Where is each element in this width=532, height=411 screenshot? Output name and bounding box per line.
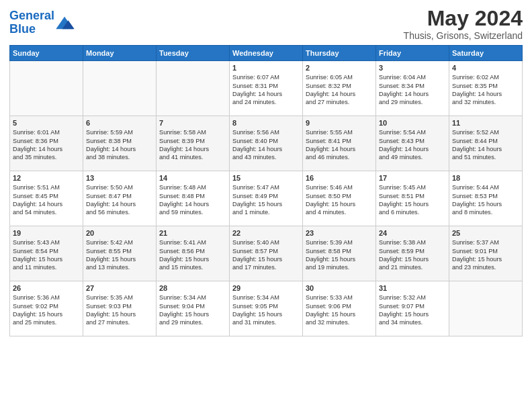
day-number: 23 xyxy=(306,229,373,237)
cell-text: Sunrise: 6:02 AMSunset: 8:35 PMDaylight:… xyxy=(452,73,519,107)
day-number: 16 xyxy=(306,174,373,182)
day-number: 25 xyxy=(452,229,519,237)
table-row xyxy=(449,281,523,336)
cell-text: Sunrise: 5:50 AMSunset: 8:47 PMDaylight:… xyxy=(86,183,153,217)
day-number: 30 xyxy=(306,284,373,292)
day-number: 17 xyxy=(379,174,446,182)
table-row: 31Sunrise: 5:32 AMSunset: 9:07 PMDayligh… xyxy=(376,281,449,336)
table-row: 19Sunrise: 5:43 AMSunset: 8:54 PMDayligh… xyxy=(10,226,83,281)
cell-text: Sunrise: 5:59 AMSunset: 8:38 PMDaylight:… xyxy=(86,128,153,162)
table-row: 14Sunrise: 5:48 AMSunset: 8:48 PMDayligh… xyxy=(157,171,230,226)
table-row: 16Sunrise: 5:46 AMSunset: 8:50 PMDayligh… xyxy=(303,171,376,226)
cell-text: Sunrise: 5:33 AMSunset: 9:06 PMDaylight:… xyxy=(306,293,373,327)
day-number: 22 xyxy=(232,229,300,237)
header-sunday: Sunday xyxy=(10,46,83,61)
table-row xyxy=(10,61,83,116)
table-row: 10Sunrise: 5:54 AMSunset: 8:43 PMDayligh… xyxy=(376,116,449,171)
calendar-table: Sunday Monday Tuesday Wednesday Thursday… xyxy=(9,45,523,336)
table-row: 17Sunrise: 5:45 AMSunset: 8:51 PMDayligh… xyxy=(376,171,449,226)
calendar-week-5: 26Sunrise: 5:36 AMSunset: 9:02 PMDayligh… xyxy=(10,281,523,336)
day-number: 10 xyxy=(379,119,446,127)
cell-text: Sunrise: 5:37 AMSunset: 9:01 PMDaylight:… xyxy=(452,238,519,272)
day-number: 4 xyxy=(452,64,519,72)
cell-text: Sunrise: 5:45 AMSunset: 8:51 PMDaylight:… xyxy=(379,183,446,217)
cell-text: Sunrise: 5:51 AMSunset: 8:45 PMDaylight:… xyxy=(13,183,80,217)
header-tuesday: Tuesday xyxy=(157,46,230,61)
day-number: 6 xyxy=(86,119,153,127)
cell-text: Sunrise: 6:05 AMSunset: 8:32 PMDaylight:… xyxy=(306,73,373,107)
calendar-week-4: 19Sunrise: 5:43 AMSunset: 8:54 PMDayligh… xyxy=(10,226,523,281)
day-number: 1 xyxy=(232,64,300,72)
table-row: 26Sunrise: 5:36 AMSunset: 9:02 PMDayligh… xyxy=(10,281,83,336)
table-row: 8Sunrise: 5:56 AMSunset: 8:40 PMDaylight… xyxy=(230,116,303,171)
table-row xyxy=(157,61,230,116)
cell-text: Sunrise: 5:34 AMSunset: 9:05 PMDaylight:… xyxy=(232,293,300,327)
cell-text: Sunrise: 5:52 AMSunset: 8:44 PMDaylight:… xyxy=(452,128,519,162)
cell-text: Sunrise: 5:41 AMSunset: 8:56 PMDaylight:… xyxy=(159,238,226,272)
table-row: 1Sunrise: 6:07 AMSunset: 8:31 PMDaylight… xyxy=(230,61,303,116)
day-number: 12 xyxy=(13,174,80,182)
header-saturday: Saturday xyxy=(449,46,523,61)
cell-text: Sunrise: 6:04 AMSunset: 8:34 PMDaylight:… xyxy=(379,73,446,107)
table-row: 28Sunrise: 5:34 AMSunset: 9:04 PMDayligh… xyxy=(157,281,230,336)
table-row: 29Sunrise: 5:34 AMSunset: 9:05 PMDayligh… xyxy=(230,281,303,336)
cell-text: Sunrise: 5:38 AMSunset: 8:59 PMDaylight:… xyxy=(379,238,446,272)
table-row: 23Sunrise: 5:39 AMSunset: 8:58 PMDayligh… xyxy=(303,226,376,281)
day-number: 19 xyxy=(13,229,80,237)
day-number: 11 xyxy=(452,119,519,127)
header-friday: Friday xyxy=(376,46,449,61)
table-row: 20Sunrise: 5:42 AMSunset: 8:55 PMDayligh… xyxy=(83,226,157,281)
cell-text: Sunrise: 5:32 AMSunset: 9:07 PMDaylight:… xyxy=(379,293,446,327)
cell-text: Sunrise: 5:47 AMSunset: 8:49 PMDaylight:… xyxy=(232,183,300,217)
subtitle: Thusis, Grisons, Switzerland xyxy=(404,30,523,41)
cell-text: Sunrise: 5:35 AMSunset: 9:03 PMDaylight:… xyxy=(86,293,153,327)
logo-text: GeneralBlue xyxy=(9,9,54,36)
table-row: 7Sunrise: 5:58 AMSunset: 8:39 PMDaylight… xyxy=(157,116,230,171)
table-row: 18Sunrise: 5:44 AMSunset: 8:53 PMDayligh… xyxy=(449,171,523,226)
cell-text: Sunrise: 5:56 AMSunset: 8:40 PMDaylight:… xyxy=(232,128,300,162)
table-row: 15Sunrise: 5:47 AMSunset: 8:49 PMDayligh… xyxy=(230,171,303,226)
cell-text: Sunrise: 5:58 AMSunset: 8:39 PMDaylight:… xyxy=(159,128,226,162)
header-thursday: Thursday xyxy=(303,46,376,61)
day-number: 7 xyxy=(159,119,226,127)
table-row: 2Sunrise: 6:05 AMSunset: 8:32 PMDaylight… xyxy=(303,61,376,116)
day-number: 29 xyxy=(232,284,300,292)
table-row: 22Sunrise: 5:40 AMSunset: 8:57 PMDayligh… xyxy=(230,226,303,281)
table-row: 27Sunrise: 5:35 AMSunset: 9:03 PMDayligh… xyxy=(83,281,157,336)
cell-text: Sunrise: 5:44 AMSunset: 8:53 PMDaylight:… xyxy=(452,183,519,217)
cell-text: Sunrise: 5:40 AMSunset: 8:57 PMDaylight:… xyxy=(232,238,300,272)
day-number: 28 xyxy=(159,284,226,292)
calendar-week-2: 5Sunrise: 6:01 AMSunset: 8:36 PMDaylight… xyxy=(10,116,523,171)
table-row: 3Sunrise: 6:04 AMSunset: 8:34 PMDaylight… xyxy=(376,61,449,116)
day-number: 26 xyxy=(13,284,80,292)
cell-text: Sunrise: 5:55 AMSunset: 8:41 PMDaylight:… xyxy=(306,128,373,162)
header-wednesday: Wednesday xyxy=(230,46,303,61)
day-number: 3 xyxy=(379,64,446,72)
cell-text: Sunrise: 5:54 AMSunset: 8:43 PMDaylight:… xyxy=(379,128,446,162)
table-row xyxy=(83,61,157,116)
cell-text: Sunrise: 5:42 AMSunset: 8:55 PMDaylight:… xyxy=(86,238,153,272)
cell-text: Sunrise: 5:48 AMSunset: 8:48 PMDaylight:… xyxy=(159,183,226,217)
table-row: 5Sunrise: 6:01 AMSunset: 8:36 PMDaylight… xyxy=(10,116,83,171)
day-number: 5 xyxy=(13,119,80,127)
day-number: 21 xyxy=(159,229,226,237)
calendar-header-row: Sunday Monday Tuesday Wednesday Thursday… xyxy=(10,46,523,61)
cell-text: Sunrise: 5:46 AMSunset: 8:50 PMDaylight:… xyxy=(306,183,373,217)
day-number: 24 xyxy=(379,229,446,237)
day-number: 18 xyxy=(452,174,519,182)
day-number: 31 xyxy=(379,284,446,292)
day-number: 20 xyxy=(86,229,153,237)
day-number: 2 xyxy=(306,64,373,72)
main-title: May 2024 xyxy=(404,7,523,30)
day-number: 15 xyxy=(232,174,300,182)
day-number: 9 xyxy=(306,119,373,127)
cell-text: Sunrise: 6:07 AMSunset: 8:31 PMDaylight:… xyxy=(232,73,300,107)
day-number: 13 xyxy=(86,174,153,182)
cell-text: Sunrise: 6:01 AMSunset: 8:36 PMDaylight:… xyxy=(13,128,80,162)
table-row: 9Sunrise: 5:55 AMSunset: 8:41 PMDaylight… xyxy=(303,116,376,171)
cell-text: Sunrise: 5:34 AMSunset: 9:04 PMDaylight:… xyxy=(159,293,226,327)
header-row: GeneralBlue May 2024 Thusis, Grisons, Sw… xyxy=(9,7,523,41)
logo: GeneralBlue xyxy=(9,9,75,36)
table-row: 13Sunrise: 5:50 AMSunset: 8:47 PMDayligh… xyxy=(83,171,157,226)
calendar-week-1: 1Sunrise: 6:07 AMSunset: 8:31 PMDaylight… xyxy=(10,61,523,116)
